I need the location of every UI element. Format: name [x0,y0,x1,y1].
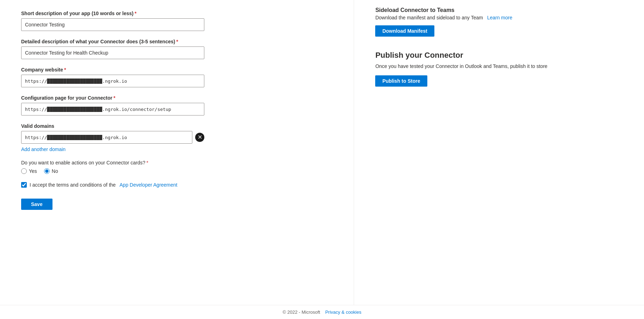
config-page-group: Configuration page for your Connector* [21,95,336,115]
radio-no-label[interactable]: No [44,168,58,174]
download-manifest-button-label: Download Manifest [382,28,427,34]
sideload-section: Sideload Connector to Teams Download the… [375,7,626,37]
app-developer-agreement-link-text: App Developer Agreement [119,182,177,188]
learn-more-link-text: Learn more [487,15,513,20]
valid-domains-input[interactable] [21,131,192,144]
config-page-input[interactable] [21,103,204,115]
config-page-label-text: Configuration page for your Connector [21,95,112,101]
save-button[interactable]: Save [21,199,52,210]
short-desc-label: Short description of your app (10 words … [21,11,336,16]
close-icon: ✕ [198,135,202,140]
config-page-label: Configuration page for your Connector* [21,95,336,101]
company-website-label-text: Company website [21,67,63,73]
detailed-desc-group: Detailed description of what your Connec… [21,39,336,59]
short-desc-input[interactable] [21,18,204,31]
publish-to-store-button[interactable]: Publish to Store [375,75,427,87]
remove-domain-button[interactable]: ✕ [195,133,204,142]
left-panel: Short description of your app (10 words … [0,0,354,319]
publish-title: Publish your Connector [375,51,626,60]
company-website-label: Company website* [21,67,336,73]
page-wrapper: Short description of your app (10 words … [0,0,644,319]
company-website-input[interactable] [21,75,204,87]
valid-domains-row: ✕ [21,131,204,144]
add-domain-link-text: Add another domain [21,146,66,152]
detailed-desc-label: Detailed description of what your Connec… [21,39,336,44]
valid-domains-label: Valid domains [21,123,336,129]
company-website-required: * [64,67,66,73]
terms-row: I accept the terms and conditions of the… [21,182,336,189]
actions-question-text: Do you want to enable actions on your Co… [21,160,336,165]
sideload-desc-text: Download the manifest and sideload to an… [375,15,483,20]
actions-group: Do you want to enable actions on your Co… [21,160,336,174]
radio-no[interactable] [44,168,50,174]
short-desc-label-text: Short description of your app (10 words … [21,11,134,16]
detailed-desc-label-text: Detailed description of what your Connec… [21,39,175,44]
detailed-desc-required: * [176,39,178,44]
publish-desc: Once you have tested your Connector in O… [375,63,626,69]
terms-label: I accept the terms and conditions of the… [30,182,178,189]
detailed-desc-input[interactable] [21,46,204,59]
short-desc-required: * [135,11,136,16]
radio-yes-label[interactable]: Yes [21,168,37,174]
privacy-cookies-link[interactable]: Privacy & cookies [325,309,361,315]
valid-domains-label-text: Valid domains [21,123,54,129]
sideload-title: Sideload Connector to Teams [375,7,626,13]
learn-more-link[interactable]: Learn more [486,15,512,20]
company-website-group: Company website* [21,67,336,87]
publish-section: Publish your Connector Once you have tes… [375,51,626,87]
publish-desc-text: Once you have tested your Connector in O… [375,63,547,69]
footer: © 2022 - Microsoft Privacy & cookies [0,305,644,319]
publish-to-store-button-label: Publish to Store [382,78,420,84]
radio-yes-text: Yes [29,168,37,174]
short-desc-group: Short description of your app (10 words … [21,11,336,31]
terms-checkbox[interactable] [21,182,27,188]
radio-yes[interactable] [21,168,27,174]
valid-domains-group: Valid domains ✕ Add another domain [21,123,336,152]
actions-required: * [147,160,148,165]
privacy-cookies-link-text: Privacy & cookies [325,309,361,315]
radio-no-text: No [52,168,58,174]
radio-group: Yes No [21,168,336,174]
config-page-required: * [113,95,115,101]
add-domain-link[interactable]: Add another domain [21,146,66,152]
right-panel: Sideload Connector to Teams Download the… [354,0,644,319]
copyright-text: © 2022 - Microsoft [283,309,320,315]
download-manifest-button[interactable]: Download Manifest [375,25,434,37]
terms-text: I accept the terms and conditions of the [30,182,116,188]
sideload-desc: Download the manifest and sideload to an… [375,15,626,20]
app-developer-agreement-link[interactable]: App Developer Agreement [118,182,177,188]
save-button-label: Save [31,201,43,207]
